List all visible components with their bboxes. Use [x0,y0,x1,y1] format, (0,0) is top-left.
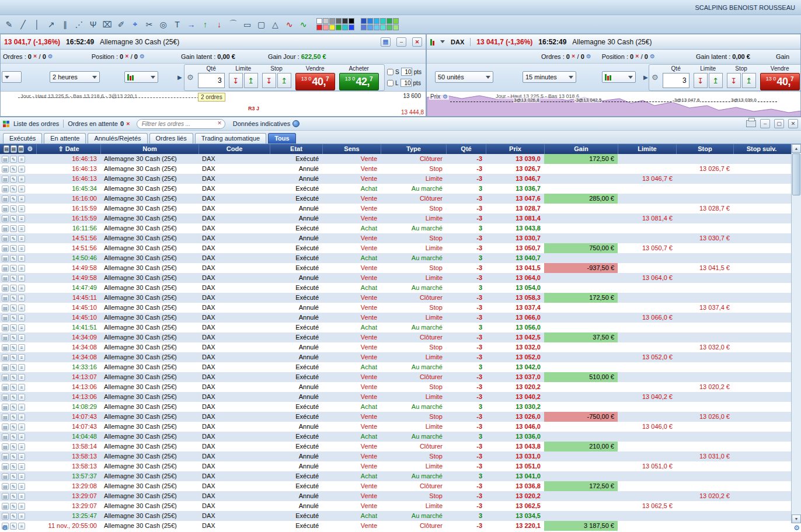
row-note-icon[interactable]: ≡ [18,285,25,292]
sell-market-button[interactable]: 13 040,7 [295,73,335,90]
row-chart-icon[interactable]: ▤ [2,195,9,202]
order-row[interactable]: ▤✎≡14:41:51Allemagne 30 Cash (25€)DAXExé… [0,323,791,332]
row-edit-icon[interactable]: ✎ [10,414,17,421]
right-chart-area[interactable]: Prix ⚙ Jour - Haut 13 225,5 - Bas 13 018… [427,92,800,117]
row-chart-icon[interactable]: ▤ [2,186,9,192]
order-row[interactable]: ▤✎≡13:29:08Allemagne 30 Cash (25€)DAXExé… [0,481,791,491]
order-row[interactable]: ▤✎≡13:58:13Allemagne 30 Cash (25€)DAXAnn… [0,461,791,471]
row-chart-icon[interactable]: ▤ [2,285,9,292]
row-chart-icon[interactable]: ▤ [2,424,9,430]
crosshair-tool-icon[interactable]: ⌖ [128,18,142,32]
row-edit-icon[interactable]: ✎ [10,186,17,192]
buy-stop-button[interactable]: ↥ [742,73,756,88]
row-edit-icon[interactable]: ✎ [10,453,17,460]
export-icon[interactable]: ▤ [4,145,9,153]
indicator-tool-icon[interactable]: ∿ [297,18,310,32]
order-row[interactable]: ▤✎≡14:45:10Allemagne 30 Cash (25€)DAXAnn… [0,303,791,313]
row-edit-icon[interactable]: ✎ [10,483,17,490]
row-chart-icon[interactable]: ▤ [2,483,9,490]
order-row[interactable]: ▤✎≡14:13:06Allemagne 30 Cash (25€)DAXAnn… [0,392,791,402]
instrument-select[interactable] [2,71,22,83]
row-note-icon[interactable]: ≡ [18,235,25,242]
row-edit-icon[interactable]: ✎ [10,245,17,252]
row-note-icon[interactable]: ≡ [18,394,25,401]
order-row[interactable]: ▤✎≡11 nov., 20:55:00Allemagne 30 Cash (2… [0,521,791,531]
row-note-icon[interactable]: ≡ [18,176,25,183]
pane-wrench-icon[interactable]: ⚙ [443,93,448,100]
color-swatch[interactable] [349,18,354,24]
chart-style-select[interactable] [124,71,158,83]
measure-tool-icon[interactable]: ◎ [156,18,170,32]
order-row[interactable]: ▤✎≡14:34:08Allemagne 30 Cash (25€)DAXAnn… [0,352,791,362]
row-chart-icon[interactable]: ▤ [2,334,9,341]
color-swatch[interactable] [329,24,335,30]
buy-stop-button[interactable]: ↥ [277,73,291,88]
row-chart-icon[interactable]: ▤ [2,205,9,212]
order-row[interactable]: ▤✎≡14:50:46Allemagne 30 Cash (25€)DAXExé… [0,253,791,263]
quantity-input[interactable] [198,73,225,88]
row-note-icon[interactable]: ≡ [18,275,25,282]
row-chart-icon[interactable]: ▤ [2,384,9,391]
order-row[interactable]: ▤✎≡13:58:13Allemagne 30 Cash (25€)DAXAnn… [0,452,791,461]
text-tool-icon[interactable]: T [170,18,184,32]
tab-tous[interactable]: Tous [268,133,295,144]
stop-pts-input[interactable] [401,68,412,76]
row-note-icon[interactable]: ≡ [18,354,25,361]
tab-en-attente[interactable]: En attente [44,133,86,144]
theme-swatch[interactable] [361,18,367,24]
row-chart-icon[interactable]: ▤ [2,433,9,440]
row-chart-icon[interactable]: ▤ [2,265,9,272]
row-edit-icon[interactable]: ✎ [10,503,17,510]
row-edit-icon[interactable]: ✎ [10,225,17,232]
row-chart-icon[interactable]: ▤ [2,453,9,460]
row-note-icon[interactable]: ≡ [18,404,25,411]
chart-style-select[interactable] [602,71,636,83]
wrench-icon[interactable]: ⚙ [187,73,194,82]
order-row[interactable]: ▤✎≡14:13:07Allemagne 30 Cash (25€)DAXExé… [0,372,791,382]
row-chart-icon[interactable]: ▤ [2,156,9,163]
color-swatch[interactable] [329,18,335,24]
row-chart-icon[interactable]: ▤ [2,176,9,183]
parallel-lines-tool-icon[interactable]: ∥ [58,18,72,32]
orders-count-badge[interactable]: 2 ordres [198,93,225,102]
orders-config-icon[interactable]: ⚙ [48,53,53,60]
theme-swatch[interactable] [386,18,392,24]
arrow-up-tool-icon[interactable]: ↑ [198,18,212,32]
row-edit-icon[interactable]: ✎ [10,334,17,341]
row-note-icon[interactable]: ≡ [18,453,25,460]
table-settings-icon[interactable]: ⚙ [2,524,8,532]
row-note-icon[interactable]: ≡ [18,304,25,312]
row-chart-icon[interactable]: ▤ [2,513,9,520]
order-row[interactable]: ▤✎≡13:29:07Allemagne 30 Cash (25€)DAXAnn… [0,491,791,501]
row-chart-icon[interactable]: ▤ [2,225,9,232]
copy-icon[interactable]: ▤ [18,145,24,153]
row-edit-icon[interactable]: ✎ [10,394,17,401]
theme-swatch[interactable] [374,18,379,24]
row-edit-icon[interactable]: ✎ [10,235,17,242]
wrench-icon[interactable]: ⚙ [652,73,659,82]
buy-limit-button[interactable]: ↥ [709,73,723,88]
color-swatch[interactable] [336,24,342,30]
row-edit-icon[interactable]: ✎ [10,265,17,272]
tab-ordres-lies[interactable]: Ordres liés [149,133,193,144]
buy-limit-button[interactable]: ↥ [244,73,258,88]
row-edit-icon[interactable]: ✎ [10,285,17,292]
column-header-nom[interactable]: Nom [100,144,198,154]
row-edit-icon[interactable]: ✎ [10,364,17,371]
theme-swatch[interactable] [393,24,399,30]
timeframe-select[interactable]: 15 minutes [523,71,576,83]
orderbook-grid-icon[interactable]: ▦ [381,37,391,47]
row-note-icon[interactable]: ≡ [18,503,25,510]
row-chart-icon[interactable]: ▤ [2,304,9,312]
quantity-input[interactable] [663,73,689,88]
color-swatch[interactable] [336,18,342,24]
row-chart-icon[interactable]: ▤ [2,354,9,361]
scroll-up-button[interactable]: ▲ [792,144,801,153]
row-chart-icon[interactable]: ▤ [2,344,9,351]
order-row[interactable]: ▤✎≡16:45:34Allemagne 30 Cash (25€)DAXExé… [0,184,791,194]
row-note-icon[interactable]: ≡ [18,344,25,351]
order-row[interactable]: ▤✎≡13:29:07Allemagne 30 Cash (25€)DAXAnn… [0,501,791,511]
order-row[interactable]: ▤✎≡16:15:59Allemagne 30 Cash (25€)DAXAnn… [0,204,791,214]
order-row[interactable]: ▤✎≡16:46:13Allemagne 30 Cash (25€)DAXExé… [0,154,791,164]
channel-tool-icon[interactable]: ⋰ [72,18,86,32]
